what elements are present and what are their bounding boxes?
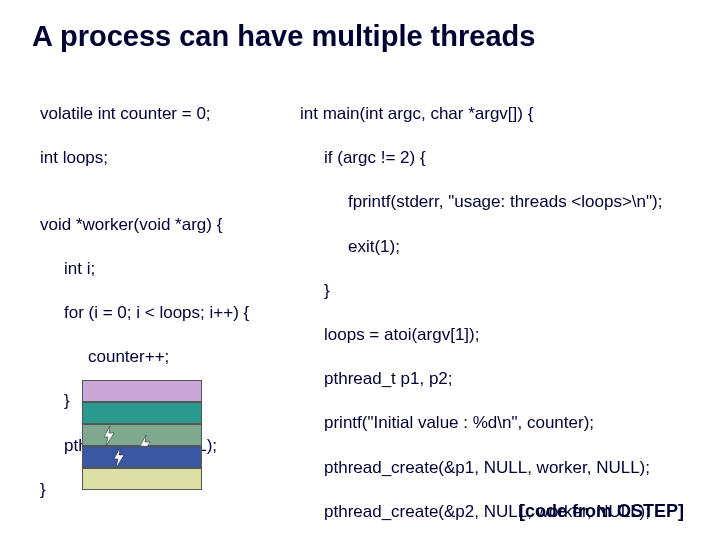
- code-line: if (argc != 2) {: [300, 147, 710, 169]
- segment-mid: [82, 424, 202, 446]
- code-line: pthread_t p1, p2;: [300, 368, 710, 390]
- code-line: loops = atoi(argv[1]);: [300, 324, 710, 346]
- memory-layout-diagram: [82, 380, 202, 490]
- content-area: volatile int counter = 0; int loops; voi…: [0, 53, 720, 77]
- code-line: int loops;: [40, 147, 320, 169]
- code-line: pthread_create(&p1, NULL, worker, NULL);: [300, 457, 710, 479]
- code-line: exit(1);: [300, 236, 710, 258]
- page-title: A process can have multiple threads: [0, 0, 720, 53]
- code-line: for (i = 0; i < loops; i++) {: [40, 302, 320, 324]
- segment-teal: [82, 402, 202, 424]
- segment-blue: [82, 446, 202, 468]
- attribution-text: [code from OSTEP]: [519, 501, 684, 522]
- code-line: fprintf(stderr, "usage: threads <loops>\…: [300, 191, 710, 213]
- code-line: volatile int counter = 0;: [40, 103, 320, 125]
- code-line: int i;: [40, 258, 320, 280]
- right-code-column: int main(int argc, char *argv[]) { if (a…: [300, 81, 710, 540]
- lightning-bolt-icon: [101, 426, 117, 446]
- lightning-bolt-icon: [111, 448, 127, 468]
- code-line: counter++;: [40, 346, 320, 368]
- code-line: printf("Initial value : %d\n", counter);: [300, 412, 710, 434]
- code-line: void *worker(void *arg) {: [40, 214, 320, 236]
- code-line: }: [300, 280, 710, 302]
- main-code: int main(int argc, char *argv[]) { if (a…: [300, 81, 710, 540]
- segment-top: [82, 380, 202, 402]
- segment-tan: [82, 468, 202, 490]
- code-line: int main(int argc, char *argv[]) {: [300, 103, 710, 125]
